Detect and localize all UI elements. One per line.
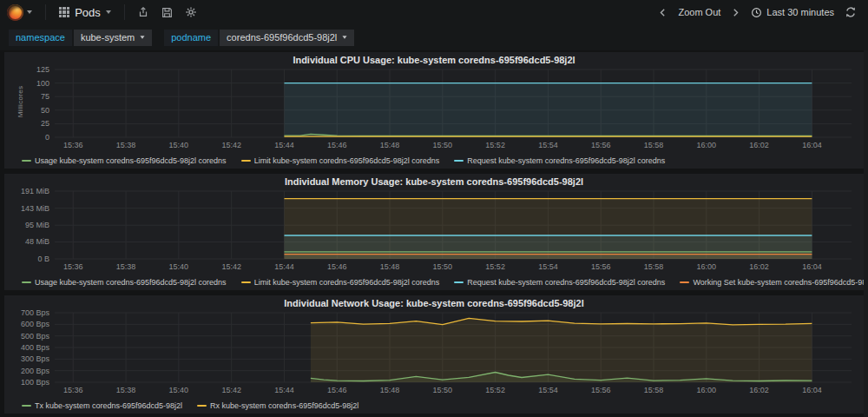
series-fill (311, 318, 812, 382)
y-tick-label: 600 Bps (21, 320, 50, 328)
legend-swatch (22, 405, 31, 407)
legend-swatch (22, 160, 31, 162)
panel-title[interactable]: Individual Memory Usage: kube-system cor… (10, 176, 858, 188)
network-chart-plot[interactable]: 100 Bps200 Bps300 Bps400 Bps500 Bps600 B… (10, 309, 858, 396)
x-tick-label: 16:04 (802, 141, 822, 149)
variable-value-podname-dropdown[interactable]: coredns-695f96dcd5-98j2l (220, 30, 354, 46)
legend-item[interactable]: Limit kube-system coredns-695f96dcd5-98j… (241, 156, 440, 165)
variable-namespace: namespace kube-system (9, 30, 152, 46)
share-icon (137, 6, 149, 18)
legend-swatch (22, 281, 31, 283)
y-tick-label: 100 (36, 79, 49, 88)
x-tick-label: 16:02 (749, 262, 769, 271)
save-icon (161, 7, 173, 18)
y-tick-label: 400 Bps (21, 343, 50, 352)
x-tick-label: 15:54 (538, 262, 558, 271)
y-tick-label: 300 Bps (21, 354, 50, 363)
y-tick-label: 100 Bps (21, 378, 50, 387)
x-tick-label: 15:46 (327, 141, 347, 149)
settings-button[interactable] (179, 0, 203, 24)
x-tick-label: 16:00 (697, 386, 717, 394)
chevron-down-icon (106, 10, 111, 14)
variable-value-text: coredns-695f96dcd5-98j2l (227, 32, 337, 43)
x-tick-label: 15:50 (433, 141, 453, 149)
x-tick-label: 15:42 (221, 386, 241, 394)
time-back-button[interactable] (654, 0, 672, 24)
series-fill (285, 255, 812, 259)
series-fills (285, 199, 812, 259)
y-tick-label: 700 Bps (21, 309, 50, 317)
dashboard-grid-icon (59, 7, 69, 17)
x-tick-label: 15:40 (169, 262, 189, 271)
dashboard-title: Pods (75, 6, 101, 19)
variable-label-namespace: namespace (9, 30, 72, 46)
x-tick-label: 15:54 (538, 386, 558, 394)
y-tick-label: 75 (41, 92, 49, 101)
divider (124, 4, 125, 20)
grafana-menu-button[interactable] (5, 4, 39, 21)
share-button[interactable] (131, 0, 155, 24)
grafana-logo-icon (7, 4, 23, 21)
y-tick-label: 191 MiB (21, 188, 49, 195)
legend-item[interactable]: Usage kube-system coredns-695f96dcd5-98j… (22, 156, 227, 165)
cpu-chart-plot[interactable]: 025507510012515:3615:3815:4015:4215:4415… (10, 66, 858, 151)
time-range-button[interactable]: Last 30 minutes (746, 0, 838, 24)
legend-label: Limit kube-system coredns-695f96dcd5-98j… (254, 278, 440, 287)
legend-item[interactable]: Tx kube-system coredns-695f96dcd5-98j2l (22, 401, 182, 410)
chevron-down-icon (27, 10, 32, 14)
x-tick-label: 15:36 (63, 262, 83, 271)
series-fills (285, 83, 812, 137)
memory-chart-plot[interactable]: 0 B48 MiB95 MiB143 MiB191 MiB15:3615:381… (10, 188, 858, 273)
y-tick-label: 48 MiB (25, 237, 49, 246)
legend-label: Tx kube-system coredns-695f96dcd5-98j2l (35, 401, 182, 410)
y-tick-label: 143 MiB (21, 204, 49, 213)
legend-item[interactable]: Request kube-system coredns-695f96dcd5-9… (454, 156, 665, 165)
x-tick-label: 15:40 (169, 141, 189, 149)
legend-label: Rx kube-system coredns-695f96dcd5-98j2l (210, 401, 358, 410)
legend-swatch (241, 281, 251, 283)
series-fill (285, 83, 812, 137)
variable-value-namespace-dropdown[interactable]: kube-system (74, 30, 152, 46)
y-tick-label: 0 (45, 133, 49, 142)
x-tick-label: 15:46 (327, 262, 347, 271)
variable-podname: podname coredns-695f96dcd5-98j2l (164, 30, 354, 46)
save-button[interactable] (155, 0, 179, 24)
legend-swatch (241, 160, 251, 162)
x-tick-label: 15:54 (538, 141, 558, 149)
legend-item[interactable]: Working Set kube-system coredns-695f96dc… (680, 278, 868, 287)
x-tick-label: 15:52 (485, 386, 505, 394)
panel-title[interactable]: Individual CPU Usage: kube-system coredn… (10, 55, 858, 66)
x-tick-label: 15:46 (327, 386, 347, 394)
x-tick-label: 15:44 (274, 141, 294, 149)
x-tick-label: 15:56 (591, 386, 611, 394)
legend-item[interactable]: Limit kube-system coredns-695f96dcd5-98j… (241, 278, 440, 287)
legend-label: Request kube-system coredns-695f96dcd5-9… (467, 156, 665, 165)
x-tick-label: 16:04 (802, 386, 822, 394)
dashboard-picker-button[interactable]: Pods (52, 6, 118, 19)
x-tick-label: 15:38 (116, 262, 136, 271)
clock-icon (751, 7, 762, 18)
y-tick-label: 200 Bps (21, 367, 50, 375)
legend-label: Usage kube-system coredns-695f96dcd5-98j… (35, 278, 227, 287)
x-tick-label: 15:52 (485, 262, 505, 271)
legend-label: Working Set kube-system coredns-695f96dc… (693, 278, 868, 287)
time-forward-button[interactable] (727, 0, 745, 24)
x-tick-label: 15:36 (63, 386, 83, 394)
panel-title[interactable]: Individual Network Usage: kube-system co… (10, 298, 858, 309)
legend-label: Usage kube-system coredns-695f96dcd5-98j… (35, 156, 227, 165)
x-tick-label: 15:42 (221, 262, 241, 271)
gear-icon (185, 6, 197, 18)
x-tick-label: 16:04 (802, 262, 822, 271)
scrollbar-track[interactable] (864, 50, 868, 417)
time-range-label: Last 30 minutes (766, 7, 834, 17)
legend-item[interactable]: Request kube-system coredns-695f96dcd5-9… (454, 278, 665, 287)
y-tick-label: 50 (41, 106, 49, 115)
x-tick-label: 15:40 (169, 386, 189, 394)
legend-label: Request kube-system coredns-695f96dcd5-9… (467, 278, 665, 287)
y-axis-unit-label: Millicores (16, 86, 24, 117)
x-tick-label: 15:44 (274, 262, 294, 271)
legend-item[interactable]: Usage kube-system coredns-695f96dcd5-98j… (22, 278, 227, 287)
legend-item[interactable]: Rx kube-system coredns-695f96dcd5-98j2l (197, 401, 358, 410)
zoom-out-button[interactable]: Zoom Out (674, 0, 725, 24)
refresh-button[interactable] (840, 0, 861, 24)
